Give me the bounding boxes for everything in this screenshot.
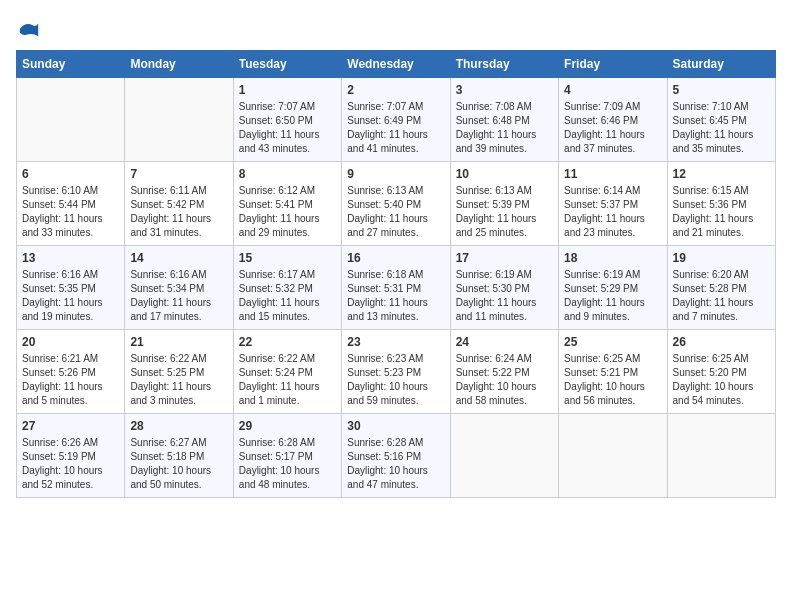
calendar-cell: 13Sunrise: 6:16 AM Sunset: 5:35 PM Dayli…	[17, 246, 125, 330]
day-info: Sunrise: 6:25 AM Sunset: 5:20 PM Dayligh…	[673, 352, 770, 408]
calendar-week-row: 1Sunrise: 7:07 AM Sunset: 6:50 PM Daylig…	[17, 78, 776, 162]
calendar-cell: 4Sunrise: 7:09 AM Sunset: 6:46 PM Daylig…	[559, 78, 667, 162]
calendar-week-row: 6Sunrise: 6:10 AM Sunset: 5:44 PM Daylig…	[17, 162, 776, 246]
calendar-header-saturday: Saturday	[667, 51, 775, 78]
calendar-cell	[667, 414, 775, 498]
calendar-cell: 2Sunrise: 7:07 AM Sunset: 6:49 PM Daylig…	[342, 78, 450, 162]
day-info: Sunrise: 6:22 AM Sunset: 5:25 PM Dayligh…	[130, 352, 227, 408]
day-info: Sunrise: 6:21 AM Sunset: 5:26 PM Dayligh…	[22, 352, 119, 408]
page-header	[16, 16, 776, 40]
day-number: 4	[564, 83, 661, 97]
day-info: Sunrise: 6:15 AM Sunset: 5:36 PM Dayligh…	[673, 184, 770, 240]
day-number: 17	[456, 251, 553, 265]
calendar-header-friday: Friday	[559, 51, 667, 78]
day-info: Sunrise: 7:08 AM Sunset: 6:48 PM Dayligh…	[456, 100, 553, 156]
day-number: 13	[22, 251, 119, 265]
day-info: Sunrise: 6:25 AM Sunset: 5:21 PM Dayligh…	[564, 352, 661, 408]
day-number: 29	[239, 419, 336, 433]
calendar-cell: 14Sunrise: 6:16 AM Sunset: 5:34 PM Dayli…	[125, 246, 233, 330]
day-number: 28	[130, 419, 227, 433]
calendar-cell: 26Sunrise: 6:25 AM Sunset: 5:20 PM Dayli…	[667, 330, 775, 414]
day-info: Sunrise: 7:10 AM Sunset: 6:45 PM Dayligh…	[673, 100, 770, 156]
calendar-header-sunday: Sunday	[17, 51, 125, 78]
calendar-cell: 11Sunrise: 6:14 AM Sunset: 5:37 PM Dayli…	[559, 162, 667, 246]
calendar-cell: 22Sunrise: 6:22 AM Sunset: 5:24 PM Dayli…	[233, 330, 341, 414]
day-number: 11	[564, 167, 661, 181]
day-info: Sunrise: 6:27 AM Sunset: 5:18 PM Dayligh…	[130, 436, 227, 492]
day-info: Sunrise: 6:13 AM Sunset: 5:39 PM Dayligh…	[456, 184, 553, 240]
day-number: 23	[347, 335, 444, 349]
calendar-cell: 5Sunrise: 7:10 AM Sunset: 6:45 PM Daylig…	[667, 78, 775, 162]
day-info: Sunrise: 6:12 AM Sunset: 5:41 PM Dayligh…	[239, 184, 336, 240]
calendar-cell: 17Sunrise: 6:19 AM Sunset: 5:30 PM Dayli…	[450, 246, 558, 330]
day-number: 1	[239, 83, 336, 97]
day-info: Sunrise: 7:07 AM Sunset: 6:50 PM Dayligh…	[239, 100, 336, 156]
calendar-cell: 10Sunrise: 6:13 AM Sunset: 5:39 PM Dayli…	[450, 162, 558, 246]
calendar-week-row: 20Sunrise: 6:21 AM Sunset: 5:26 PM Dayli…	[17, 330, 776, 414]
calendar-cell: 21Sunrise: 6:22 AM Sunset: 5:25 PM Dayli…	[125, 330, 233, 414]
day-number: 26	[673, 335, 770, 349]
day-info: Sunrise: 6:19 AM Sunset: 5:29 PM Dayligh…	[564, 268, 661, 324]
day-info: Sunrise: 6:16 AM Sunset: 5:34 PM Dayligh…	[130, 268, 227, 324]
day-info: Sunrise: 6:28 AM Sunset: 5:17 PM Dayligh…	[239, 436, 336, 492]
calendar-cell: 23Sunrise: 6:23 AM Sunset: 5:23 PM Dayli…	[342, 330, 450, 414]
day-number: 6	[22, 167, 119, 181]
calendar-cell: 8Sunrise: 6:12 AM Sunset: 5:41 PM Daylig…	[233, 162, 341, 246]
calendar-cell: 30Sunrise: 6:28 AM Sunset: 5:16 PM Dayli…	[342, 414, 450, 498]
calendar-cell	[450, 414, 558, 498]
calendar-header-tuesday: Tuesday	[233, 51, 341, 78]
calendar-header-row: SundayMondayTuesdayWednesdayThursdayFrid…	[17, 51, 776, 78]
calendar-cell	[17, 78, 125, 162]
calendar-cell: 16Sunrise: 6:18 AM Sunset: 5:31 PM Dayli…	[342, 246, 450, 330]
calendar-cell: 12Sunrise: 6:15 AM Sunset: 5:36 PM Dayli…	[667, 162, 775, 246]
day-number: 10	[456, 167, 553, 181]
calendar-table: SundayMondayTuesdayWednesdayThursdayFrid…	[16, 50, 776, 498]
day-info: Sunrise: 6:13 AM Sunset: 5:40 PM Dayligh…	[347, 184, 444, 240]
day-number: 18	[564, 251, 661, 265]
calendar-cell: 20Sunrise: 6:21 AM Sunset: 5:26 PM Dayli…	[17, 330, 125, 414]
calendar-cell: 28Sunrise: 6:27 AM Sunset: 5:18 PM Dayli…	[125, 414, 233, 498]
calendar-cell: 6Sunrise: 6:10 AM Sunset: 5:44 PM Daylig…	[17, 162, 125, 246]
day-number: 20	[22, 335, 119, 349]
calendar-cell: 3Sunrise: 7:08 AM Sunset: 6:48 PM Daylig…	[450, 78, 558, 162]
calendar-header-wednesday: Wednesday	[342, 51, 450, 78]
calendar-header-monday: Monday	[125, 51, 233, 78]
day-number: 14	[130, 251, 227, 265]
day-info: Sunrise: 6:19 AM Sunset: 5:30 PM Dayligh…	[456, 268, 553, 324]
day-number: 25	[564, 335, 661, 349]
calendar-cell: 24Sunrise: 6:24 AM Sunset: 5:22 PM Dayli…	[450, 330, 558, 414]
logo	[16, 16, 40, 40]
day-number: 15	[239, 251, 336, 265]
day-info: Sunrise: 6:24 AM Sunset: 5:22 PM Dayligh…	[456, 352, 553, 408]
calendar-header-thursday: Thursday	[450, 51, 558, 78]
day-number: 9	[347, 167, 444, 181]
day-number: 2	[347, 83, 444, 97]
day-number: 8	[239, 167, 336, 181]
day-info: Sunrise: 7:07 AM Sunset: 6:49 PM Dayligh…	[347, 100, 444, 156]
day-info: Sunrise: 6:22 AM Sunset: 5:24 PM Dayligh…	[239, 352, 336, 408]
day-info: Sunrise: 6:16 AM Sunset: 5:35 PM Dayligh…	[22, 268, 119, 324]
day-info: Sunrise: 6:18 AM Sunset: 5:31 PM Dayligh…	[347, 268, 444, 324]
day-number: 16	[347, 251, 444, 265]
calendar-week-row: 13Sunrise: 6:16 AM Sunset: 5:35 PM Dayli…	[17, 246, 776, 330]
day-number: 12	[673, 167, 770, 181]
day-number: 30	[347, 419, 444, 433]
day-info: Sunrise: 6:28 AM Sunset: 5:16 PM Dayligh…	[347, 436, 444, 492]
calendar-cell: 18Sunrise: 6:19 AM Sunset: 5:29 PM Dayli…	[559, 246, 667, 330]
day-number: 7	[130, 167, 227, 181]
day-number: 24	[456, 335, 553, 349]
calendar-cell: 15Sunrise: 6:17 AM Sunset: 5:32 PM Dayli…	[233, 246, 341, 330]
calendar-cell: 27Sunrise: 6:26 AM Sunset: 5:19 PM Dayli…	[17, 414, 125, 498]
day-info: Sunrise: 6:10 AM Sunset: 5:44 PM Dayligh…	[22, 184, 119, 240]
day-info: Sunrise: 6:11 AM Sunset: 5:42 PM Dayligh…	[130, 184, 227, 240]
day-info: Sunrise: 6:23 AM Sunset: 5:23 PM Dayligh…	[347, 352, 444, 408]
calendar-cell: 9Sunrise: 6:13 AM Sunset: 5:40 PM Daylig…	[342, 162, 450, 246]
calendar-cell	[559, 414, 667, 498]
day-info: Sunrise: 6:14 AM Sunset: 5:37 PM Dayligh…	[564, 184, 661, 240]
calendar-cell: 25Sunrise: 6:25 AM Sunset: 5:21 PM Dayli…	[559, 330, 667, 414]
calendar-cell: 7Sunrise: 6:11 AM Sunset: 5:42 PM Daylig…	[125, 162, 233, 246]
day-info: Sunrise: 6:20 AM Sunset: 5:28 PM Dayligh…	[673, 268, 770, 324]
day-number: 19	[673, 251, 770, 265]
calendar-week-row: 27Sunrise: 6:26 AM Sunset: 5:19 PM Dayli…	[17, 414, 776, 498]
calendar-cell: 19Sunrise: 6:20 AM Sunset: 5:28 PM Dayli…	[667, 246, 775, 330]
